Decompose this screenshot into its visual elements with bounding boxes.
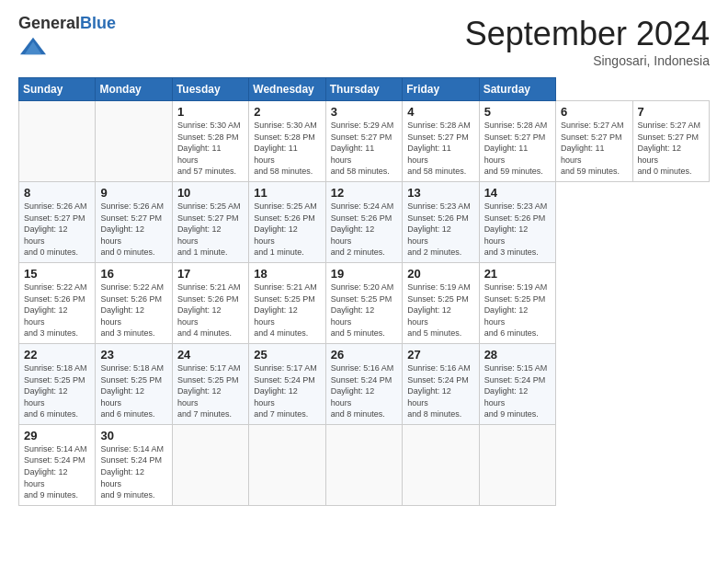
day-number: 10 [177, 186, 244, 200]
logo-general: General [18, 14, 80, 32]
table-cell: 29Sunrise: 5:14 AM Sunset: 5:24 PM Dayli… [19, 424, 96, 505]
day-number: 16 [100, 267, 166, 281]
day-number: 11 [254, 186, 320, 200]
day-number: 21 [484, 267, 551, 281]
table-cell: 4Sunrise: 5:28 AM Sunset: 5:27 PM Daylig… [403, 101, 479, 182]
day-number: 1 [177, 105, 244, 119]
day-info: Sunrise: 5:28 AM Sunset: 5:27 PM Dayligh… [484, 120, 551, 178]
day-info: Sunrise: 5:19 AM Sunset: 5:25 PM Dayligh… [407, 282, 473, 339]
col-sunday: Sunday [19, 78, 96, 101]
day-info: Sunrise: 5:18 AM Sunset: 5:25 PM Dayligh… [24, 362, 90, 420]
day-info: Sunrise: 5:16 AM Sunset: 5:24 PM Dayligh… [407, 362, 473, 420]
logo-text: GeneralBlue [18, 15, 116, 33]
day-number: 15 [24, 267, 90, 281]
day-info: Sunrise: 5:24 AM Sunset: 5:26 PM Dayligh… [331, 201, 397, 259]
day-number: 23 [100, 348, 166, 362]
day-info: Sunrise: 5:29 AM Sunset: 5:27 PM Dayligh… [331, 120, 397, 178]
table-cell: 26Sunrise: 5:16 AM Sunset: 5:24 PM Dayli… [325, 343, 402, 424]
table-cell [479, 424, 555, 505]
day-info: Sunrise: 5:14 AM Sunset: 5:24 PM Dayligh… [100, 443, 166, 501]
table-cell: 24Sunrise: 5:17 AM Sunset: 5:25 PM Dayli… [172, 343, 248, 424]
col-wednesday: Wednesday [249, 78, 325, 101]
location: Singosari, Indonesia [465, 53, 710, 68]
table-cell: 6Sunrise: 5:27 AM Sunset: 5:27 PM Daylig… [556, 101, 632, 182]
day-info: Sunrise: 5:17 AM Sunset: 5:24 PM Dayligh… [254, 362, 320, 420]
table-cell: 30Sunrise: 5:14 AM Sunset: 5:24 PM Dayli… [96, 424, 172, 505]
day-number: 25 [254, 348, 320, 362]
day-info: Sunrise: 5:22 AM Sunset: 5:26 PM Dayligh… [24, 282, 90, 339]
day-number: 27 [407, 348, 473, 362]
table-cell: 8Sunrise: 5:26 AM Sunset: 5:27 PM Daylig… [19, 181, 96, 262]
day-info: Sunrise: 5:18 AM Sunset: 5:25 PM Dayligh… [100, 362, 166, 420]
day-number: 12 [331, 186, 397, 200]
day-number: 13 [407, 186, 473, 200]
day-info: Sunrise: 5:20 AM Sunset: 5:25 PM Dayligh… [331, 282, 397, 339]
table-cell: 25Sunrise: 5:17 AM Sunset: 5:24 PM Dayli… [249, 343, 325, 424]
col-monday: Monday [96, 78, 172, 101]
table-cell [96, 101, 172, 182]
logo: GeneralBlue [18, 15, 116, 63]
day-info: Sunrise: 5:15 AM Sunset: 5:24 PM Dayligh… [484, 362, 551, 420]
table-cell: 9Sunrise: 5:26 AM Sunset: 5:27 PM Daylig… [96, 181, 172, 262]
day-number: 14 [484, 186, 551, 200]
table-cell [19, 101, 96, 182]
table-cell [325, 424, 402, 505]
day-number: 26 [331, 348, 397, 362]
day-number: 5 [484, 105, 551, 119]
day-number: 4 [407, 105, 473, 119]
table-cell: 10Sunrise: 5:25 AM Sunset: 5:27 PM Dayli… [172, 181, 248, 262]
page-container: GeneralBlue September 2024 Singosari, In… [0, 0, 728, 515]
table-cell [172, 424, 248, 505]
table-cell: 23Sunrise: 5:18 AM Sunset: 5:25 PM Dayli… [96, 343, 172, 424]
table-cell: 7Sunrise: 5:27 AM Sunset: 5:27 PM Daylig… [632, 101, 710, 182]
day-number: 2 [254, 105, 320, 119]
day-info: Sunrise: 5:23 AM Sunset: 5:26 PM Dayligh… [484, 201, 551, 259]
day-info: Sunrise: 5:19 AM Sunset: 5:25 PM Dayligh… [484, 282, 551, 339]
table-cell: 2Sunrise: 5:30 AM Sunset: 5:28 PM Daylig… [249, 101, 325, 182]
day-info: Sunrise: 5:17 AM Sunset: 5:25 PM Dayligh… [177, 362, 244, 420]
day-info: Sunrise: 5:22 AM Sunset: 5:26 PM Dayligh… [100, 282, 166, 339]
day-info: Sunrise: 5:21 AM Sunset: 5:26 PM Dayligh… [177, 282, 244, 339]
day-info: Sunrise: 5:30 AM Sunset: 5:28 PM Dayligh… [254, 120, 320, 178]
header-row: Sunday Monday Tuesday Wednesday Thursday… [19, 78, 710, 101]
table-cell: 14Sunrise: 5:23 AM Sunset: 5:26 PM Dayli… [479, 181, 555, 262]
day-number: 7 [638, 105, 705, 119]
day-number: 6 [561, 105, 627, 119]
table-cell: 21Sunrise: 5:19 AM Sunset: 5:25 PM Dayli… [479, 262, 555, 343]
day-number: 22 [24, 348, 90, 362]
table-cell: 12Sunrise: 5:24 AM Sunset: 5:26 PM Dayli… [325, 181, 402, 262]
header: GeneralBlue September 2024 Singosari, In… [18, 15, 710, 68]
table-cell: 11Sunrise: 5:25 AM Sunset: 5:26 PM Dayli… [249, 181, 325, 262]
day-info: Sunrise: 5:30 AM Sunset: 5:28 PM Dayligh… [177, 120, 244, 178]
logo-blue: Blue [80, 14, 116, 32]
table-cell: 16Sunrise: 5:22 AM Sunset: 5:26 PM Dayli… [96, 262, 172, 343]
day-info: Sunrise: 5:26 AM Sunset: 5:27 PM Dayligh… [100, 201, 166, 259]
day-info: Sunrise: 5:21 AM Sunset: 5:25 PM Dayligh… [254, 282, 320, 339]
day-number: 28 [484, 348, 551, 362]
day-number: 24 [177, 348, 244, 362]
day-info: Sunrise: 5:14 AM Sunset: 5:24 PM Dayligh… [24, 443, 90, 501]
day-info: Sunrise: 5:26 AM Sunset: 5:27 PM Dayligh… [24, 201, 90, 259]
day-info: Sunrise: 5:27 AM Sunset: 5:27 PM Dayligh… [561, 120, 627, 178]
day-number: 18 [254, 267, 320, 281]
day-info: Sunrise: 5:27 AM Sunset: 5:27 PM Dayligh… [638, 120, 705, 178]
day-info: Sunrise: 5:23 AM Sunset: 5:26 PM Dayligh… [407, 201, 473, 259]
table-cell: 13Sunrise: 5:23 AM Sunset: 5:26 PM Dayli… [403, 181, 479, 262]
table-cell: 3Sunrise: 5:29 AM Sunset: 5:27 PM Daylig… [325, 101, 402, 182]
day-info: Sunrise: 5:16 AM Sunset: 5:24 PM Dayligh… [331, 362, 397, 420]
table-cell: 20Sunrise: 5:19 AM Sunset: 5:25 PM Dayli… [403, 262, 479, 343]
table-cell: 27Sunrise: 5:16 AM Sunset: 5:24 PM Dayli… [403, 343, 479, 424]
day-number: 8 [24, 186, 90, 200]
day-number: 20 [407, 267, 473, 281]
day-info: Sunrise: 5:25 AM Sunset: 5:26 PM Dayligh… [254, 201, 320, 259]
table-cell: 19Sunrise: 5:20 AM Sunset: 5:25 PM Dayli… [325, 262, 402, 343]
logo-icon [20, 33, 46, 59]
table-cell: 17Sunrise: 5:21 AM Sunset: 5:26 PM Dayli… [172, 262, 248, 343]
table-cell: 5Sunrise: 5:28 AM Sunset: 5:27 PM Daylig… [479, 101, 555, 182]
day-number: 29 [24, 429, 90, 442]
day-info: Sunrise: 5:25 AM Sunset: 5:27 PM Dayligh… [177, 201, 244, 259]
col-friday: Friday [403, 78, 479, 101]
calendar-table: Sunday Monday Tuesday Wednesday Thursday… [18, 77, 710, 506]
table-cell: 28Sunrise: 5:15 AM Sunset: 5:24 PM Dayli… [479, 343, 555, 424]
day-info: Sunrise: 5:28 AM Sunset: 5:27 PM Dayligh… [407, 120, 473, 178]
